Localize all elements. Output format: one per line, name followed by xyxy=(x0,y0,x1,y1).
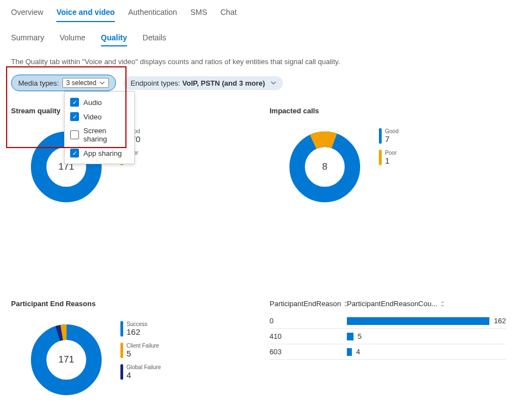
legend-value: 1 xyxy=(385,156,397,166)
legend-value: 5 xyxy=(126,349,159,359)
main-tab-voice-and-video[interactable]: Voice and video xyxy=(56,6,115,22)
cell-count: 162 xyxy=(494,317,506,325)
legend-item: Global Failure4 xyxy=(120,364,161,380)
cell-reason: 603 xyxy=(270,348,347,356)
checkbox-icon[interactable] xyxy=(70,149,79,158)
column-header-count[interactable]: ParticipantEndReasonCou... xyxy=(347,300,506,308)
cell-count: 5 xyxy=(358,332,362,340)
cell-count: 4 xyxy=(356,348,360,356)
endpoint-types-value: VoIP, PSTN (and 3 more) xyxy=(182,79,265,87)
sub-tab-volume[interactable]: Volume xyxy=(60,32,86,46)
dropdown-item-app-sharing[interactable]: App sharing xyxy=(65,146,134,160)
chevron-down-icon xyxy=(99,81,105,85)
cell-bar: 162 xyxy=(347,317,506,325)
main-tab-authentication[interactable]: Authentication xyxy=(128,6,177,22)
legend-item: Client Failure5 xyxy=(120,343,161,359)
participant-end-title: Participant End Reasons xyxy=(11,300,247,308)
impacted-calls-title: Impacted calls xyxy=(270,107,506,115)
main-tab-sms[interactable]: SMS xyxy=(191,6,207,22)
dropdown-item-audio[interactable]: Audio xyxy=(65,95,134,109)
checkbox-icon[interactable] xyxy=(70,112,79,121)
legend-color-bar xyxy=(120,321,123,337)
participant-end-panel: Participant End Reasons 171 Success162Cl… xyxy=(11,300,247,398)
legend-color-bar xyxy=(120,364,123,380)
cell-reason: 0 xyxy=(270,317,347,325)
bottom-section: Participant End Reasons 171 Success162Cl… xyxy=(11,300,506,398)
media-types-value: 3 selected xyxy=(66,79,97,87)
table-row[interactable]: 4105 xyxy=(270,329,506,344)
dropdown-item-screen-sharing[interactable]: Screen sharing xyxy=(65,124,134,146)
cell-bar: 5 xyxy=(347,332,506,340)
endpoint-types-label: Endpoint types: xyxy=(130,79,180,87)
end-reason-table: ParticipantEndReason ParticipantEndReaso… xyxy=(270,300,506,398)
chevron-down-icon xyxy=(271,81,276,85)
participant-end-total: 171 xyxy=(59,354,74,365)
legend-item: Success162 xyxy=(120,321,161,337)
bar-fill xyxy=(347,333,354,340)
dropdown-item-label: Screen sharing xyxy=(83,127,129,143)
participant-end-legend: Success162Client Failure5Global Failure4 xyxy=(120,321,161,386)
dropdown-item-label: Audio xyxy=(83,98,102,107)
participant-end-donut: 171 xyxy=(28,321,105,398)
legend-value: 7 xyxy=(385,134,398,144)
table-header: ParticipantEndReason ParticipantEndReaso… xyxy=(270,300,506,308)
checkbox-icon[interactable] xyxy=(70,98,79,107)
filter-row: Media types: 3 selected Endpoint types: … xyxy=(11,75,506,91)
media-types-dropdown: AudioVideoScreen sharingApp sharing xyxy=(64,91,135,164)
impacted-calls-total: 8 xyxy=(322,161,327,172)
main-tabs: OverviewVoice and videoAuthenticationSMS… xyxy=(11,6,506,22)
legend-label: Client Failure xyxy=(126,343,159,349)
dropdown-item-label: Video xyxy=(83,113,102,121)
impacted-calls-panel: Impacted calls 8 Good7Poor1 xyxy=(270,107,506,206)
column-header-reason-label: ParticipantEndReason xyxy=(270,300,341,308)
sub-tab-summary[interactable]: Summary xyxy=(11,32,44,46)
dropdown-item-label: App sharing xyxy=(83,149,122,158)
table-row[interactable]: 0162 xyxy=(270,313,506,329)
sub-tab-quality[interactable]: Quality xyxy=(101,32,127,46)
sub-tabs: SummaryVolumeQualityDetails xyxy=(11,32,506,46)
legend-item: Good7 xyxy=(379,128,398,144)
legend-label: Good xyxy=(385,128,398,134)
legend-color-bar xyxy=(120,343,123,358)
impacted-calls-legend: Good7Poor1 xyxy=(379,128,398,171)
main-tab-overview[interactable]: Overview xyxy=(11,6,43,22)
column-header-count-label: ParticipantEndReasonCou... xyxy=(347,300,437,308)
column-header-reason[interactable]: ParticipantEndReason xyxy=(270,300,347,308)
legend-value: 4 xyxy=(126,370,161,380)
bar-fill xyxy=(347,348,352,356)
legend-label: Success xyxy=(126,321,147,327)
legend-label: Global Failure xyxy=(126,364,161,370)
legend-value: 162 xyxy=(126,327,147,337)
main-tab-chat[interactable]: Chat xyxy=(220,6,237,22)
table-body: 016241056034 xyxy=(270,313,506,360)
dropdown-item-video[interactable]: Video xyxy=(65,109,134,124)
sub-tab-details[interactable]: Details xyxy=(143,32,166,46)
media-types-filter[interactable]: Media types: 3 selected xyxy=(11,75,116,91)
bar-fill xyxy=(347,317,489,325)
legend-item: Poor1 xyxy=(379,150,398,166)
sort-icon xyxy=(440,301,445,307)
media-types-label: Media types: xyxy=(18,79,59,87)
legend-color-bar xyxy=(379,128,382,144)
tab-description: The Quality tab within "Voice and video"… xyxy=(11,57,506,66)
media-types-select[interactable]: 3 selected xyxy=(62,78,109,88)
legend-color-bar xyxy=(379,150,382,165)
endpoint-types-filter[interactable]: Endpoint types: VoIP, PSTN (and 3 more) xyxy=(124,76,282,90)
checkbox-icon[interactable] xyxy=(70,130,79,139)
cell-bar: 4 xyxy=(347,348,506,356)
cell-reason: 410 xyxy=(270,332,347,340)
table-row[interactable]: 6034 xyxy=(270,344,506,360)
legend-label: Poor xyxy=(385,150,397,156)
impacted-calls-donut: 8 xyxy=(286,128,363,206)
